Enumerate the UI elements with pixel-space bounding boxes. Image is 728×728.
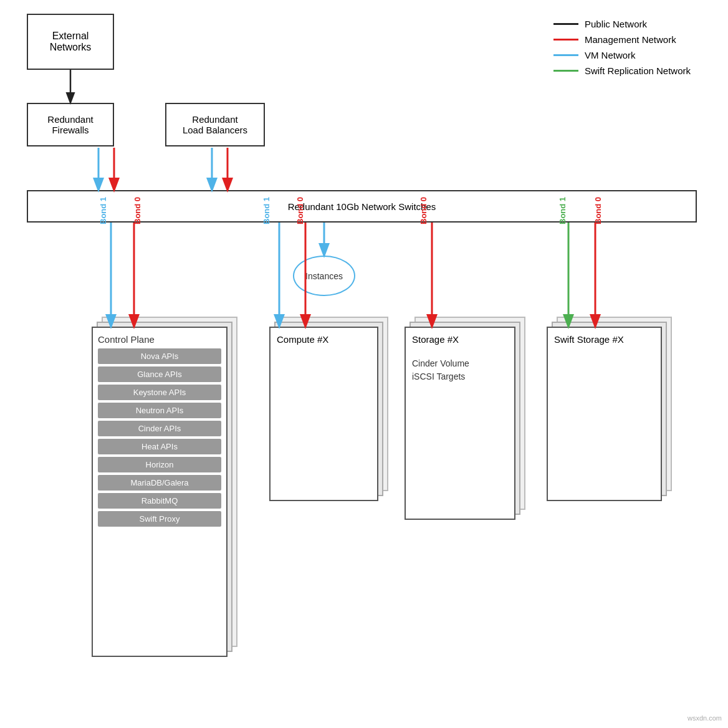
- legend-line-swift: [553, 70, 578, 72]
- redundant-firewalls-label: RedundantFirewalls: [47, 114, 93, 135]
- bond-label-cp-1: Bond 1: [98, 197, 108, 224]
- legend-label-swift: Swift Replication Network: [585, 65, 691, 76]
- external-networks-label: ExternalNetworks: [50, 31, 92, 53]
- legend-item-vm: VM Network: [553, 50, 691, 60]
- bond-label-compute-0: Bond 0: [295, 197, 305, 224]
- api-row-keystone: Keystone APIs: [98, 385, 221, 400]
- legend-label-vm: VM Network: [585, 50, 636, 60]
- bond-label-swift-0: Bond 0: [593, 197, 603, 224]
- legend-item-public: Public Network: [553, 19, 691, 29]
- legend-label-public: Public Network: [585, 19, 647, 29]
- compute-title: Compute #X: [277, 334, 328, 345]
- legend-line-public: [553, 23, 578, 25]
- bond-label-storage-0: Bond 0: [419, 197, 428, 224]
- control-plane-card: Control Plane Nova APIs Glance APIs Keys…: [92, 327, 228, 657]
- legend-item-management: Management Network: [553, 34, 691, 45]
- api-row-rabbitmq: RabbitMQ: [98, 493, 221, 509]
- instances-oval: Instances: [293, 256, 355, 296]
- bond-label-compute-1: Bond 1: [262, 197, 271, 224]
- control-plane-title: Control Plane: [93, 328, 226, 348]
- api-row-mariadb: MariaDB/Galera: [98, 475, 221, 491]
- api-row-swift-proxy: Swift Proxy: [98, 511, 221, 527]
- api-row-nova: Nova APIs: [98, 348, 221, 364]
- api-row-horizon: Horizon: [98, 457, 221, 472]
- api-row-neutron: Neutron APIs: [98, 403, 221, 418]
- instances-label: Instances: [305, 271, 343, 281]
- bond-label-swift-1: Bond 1: [558, 197, 567, 224]
- redundant-firewalls-box: RedundantFirewalls: [27, 103, 114, 146]
- api-row-glance: Glance APIs: [98, 366, 221, 382]
- storage-card: Storage #X Cinder VolumeiSCSI Targets: [405, 327, 515, 520]
- api-rows-container: Nova APIs Glance APIs Keystone APIs Neut…: [93, 348, 226, 527]
- legend-line-management: [553, 39, 578, 41]
- swift-storage-title: Swift Storage #X: [554, 334, 624, 345]
- redundant-lb-box: RedundantLoad Balancers: [165, 103, 265, 146]
- compute-card: Compute #X: [269, 327, 378, 501]
- storage-title: Storage #X: [412, 334, 459, 345]
- external-networks-box: ExternalNetworks: [27, 14, 114, 70]
- api-row-heat: Heat APIs: [98, 439, 221, 454]
- legend-label-management: Management Network: [585, 34, 676, 45]
- legend: Public Network Management Network VM Net…: [553, 19, 691, 76]
- storage-detail: Cinder VolumeiSCSI Targets: [412, 357, 469, 383]
- watermark: wsxdn.com: [687, 714, 722, 722]
- api-row-cinder: Cinder APIs: [98, 421, 221, 436]
- redundant-lb-label: RedundantLoad Balancers: [183, 114, 247, 135]
- bond-label-cp-0: Bond 0: [133, 197, 142, 224]
- switch-label: Redundant 10Gb Network Switches: [288, 201, 436, 212]
- legend-item-swift: Swift Replication Network: [553, 65, 691, 76]
- diagram-container: Public Network Management Network VM Net…: [0, 0, 728, 728]
- legend-line-vm: [553, 54, 578, 56]
- swift-storage-card: Swift Storage #X: [547, 327, 662, 501]
